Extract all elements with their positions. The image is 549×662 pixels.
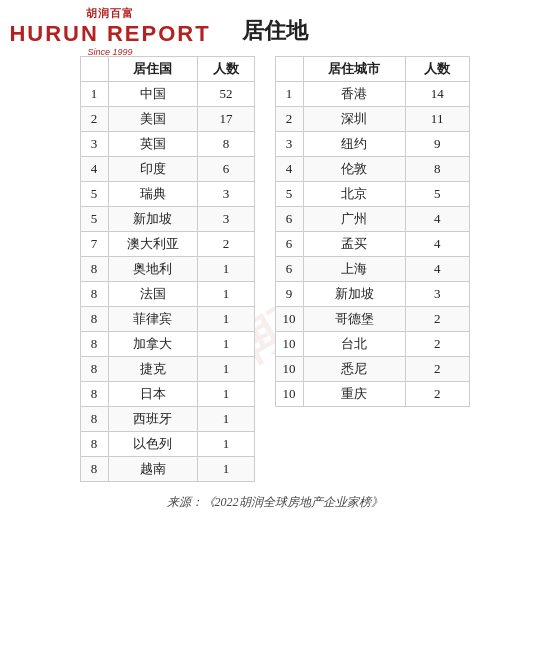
left-cell-13-1: 西班牙 [108, 407, 198, 432]
right-cell-8-1: 新加坡 [303, 282, 405, 307]
left-cell-11-0: 8 [80, 357, 108, 382]
left-cell-9-1: 菲律宾 [108, 307, 198, 332]
right-col-city: 居住城市 [303, 57, 405, 82]
right-cell-11-0: 10 [275, 357, 303, 382]
left-cell-6-0: 7 [80, 232, 108, 257]
right-col-count: 人数 [405, 57, 469, 82]
left-cell-12-2: 1 [198, 382, 254, 407]
right-cell-6-2: 4 [405, 232, 469, 257]
tables-row: 居住国 人数 1中国522美国173英国84印度65瑞典35新加坡37澳大利亚2… [10, 56, 539, 482]
right-cell-6-1: 孟买 [303, 232, 405, 257]
right-cell-0-1: 香港 [303, 82, 405, 107]
source-label: 来源： [167, 495, 203, 509]
left-cell-2-1: 英国 [108, 132, 198, 157]
right-cell-10-2: 2 [405, 332, 469, 357]
left-cell-10-2: 1 [198, 332, 254, 357]
right-cell-10-1: 台北 [303, 332, 405, 357]
right-col-rank [275, 57, 303, 82]
left-cell-14-1: 以色列 [108, 432, 198, 457]
right-cell-5-1: 广州 [303, 207, 405, 232]
left-cell-12-1: 日本 [108, 382, 198, 407]
left-cell-9-0: 8 [80, 307, 108, 332]
right-cell-1-1: 深圳 [303, 107, 405, 132]
left-cell-5-1: 新加坡 [108, 207, 198, 232]
right-table: 居住城市 人数 1香港142深圳113纽约94伦敦85北京56广州46孟买46上… [275, 56, 470, 407]
left-cell-4-1: 瑞典 [108, 182, 198, 207]
left-cell-0-2: 52 [198, 82, 254, 107]
left-cell-13-0: 8 [80, 407, 108, 432]
right-cell-2-2: 9 [405, 132, 469, 157]
right-cell-7-0: 6 [275, 257, 303, 282]
left-cell-0-0: 1 [80, 82, 108, 107]
left-cell-5-2: 3 [198, 207, 254, 232]
right-cell-7-2: 4 [405, 257, 469, 282]
right-cell-11-1: 悉尼 [303, 357, 405, 382]
left-cell-2-2: 8 [198, 132, 254, 157]
left-cell-11-1: 捷克 [108, 357, 198, 382]
left-cell-12-0: 8 [80, 382, 108, 407]
right-cell-2-1: 纽约 [303, 132, 405, 157]
left-cell-8-1: 法国 [108, 282, 198, 307]
right-cell-2-0: 3 [275, 132, 303, 157]
right-cell-4-2: 5 [405, 182, 469, 207]
left-cell-10-1: 加拿大 [108, 332, 198, 357]
left-cell-14-2: 1 [198, 432, 254, 457]
left-cell-10-0: 8 [80, 332, 108, 357]
source-text: 来源：《2022胡润全球房地产企业家榜》 [10, 494, 539, 511]
left-col-country: 居住国 [108, 57, 198, 82]
page-title: 居住地 [0, 0, 549, 56]
right-cell-9-0: 10 [275, 307, 303, 332]
right-cell-5-0: 6 [275, 207, 303, 232]
left-cell-8-0: 8 [80, 282, 108, 307]
left-cell-11-2: 1 [198, 357, 254, 382]
left-cell-4-2: 3 [198, 182, 254, 207]
left-cell-2-0: 3 [80, 132, 108, 157]
right-cell-12-0: 10 [275, 382, 303, 407]
right-cell-10-0: 10 [275, 332, 303, 357]
right-cell-0-0: 1 [275, 82, 303, 107]
left-cell-14-0: 8 [80, 432, 108, 457]
left-cell-7-1: 奥地利 [108, 257, 198, 282]
right-cell-5-2: 4 [405, 207, 469, 232]
left-cell-15-2: 1 [198, 457, 254, 482]
left-col-count: 人数 [198, 57, 254, 82]
left-cell-9-2: 1 [198, 307, 254, 332]
right-cell-3-0: 4 [275, 157, 303, 182]
right-cell-1-2: 11 [405, 107, 469, 132]
right-cell-0-2: 14 [405, 82, 469, 107]
left-cell-0-1: 中国 [108, 82, 198, 107]
left-cell-15-0: 8 [80, 457, 108, 482]
main-content: 居住国 人数 1中国522美国173英国84印度65瑞典35新加坡37澳大利亚2… [0, 56, 549, 511]
left-cell-1-2: 17 [198, 107, 254, 132]
left-cell-13-2: 1 [198, 407, 254, 432]
left-cell-3-2: 6 [198, 157, 254, 182]
left-cell-3-1: 印度 [108, 157, 198, 182]
source-book: 《2022胡润全球房地产企业家榜》 [203, 495, 383, 509]
right-cell-9-1: 哥德堡 [303, 307, 405, 332]
right-cell-8-0: 9 [275, 282, 303, 307]
left-col-rank [80, 57, 108, 82]
right-cell-8-2: 3 [405, 282, 469, 307]
left-table: 居住国 人数 1中国522美国173英国84印度65瑞典35新加坡37澳大利亚2… [80, 56, 255, 482]
left-cell-1-1: 美国 [108, 107, 198, 132]
left-cell-1-0: 2 [80, 107, 108, 132]
left-cell-3-0: 4 [80, 157, 108, 182]
right-cell-9-2: 2 [405, 307, 469, 332]
left-cell-8-2: 1 [198, 282, 254, 307]
left-cell-7-2: 1 [198, 257, 254, 282]
left-cell-7-0: 8 [80, 257, 108, 282]
right-cell-4-0: 5 [275, 182, 303, 207]
right-cell-12-1: 重庆 [303, 382, 405, 407]
right-cell-3-1: 伦敦 [303, 157, 405, 182]
left-cell-15-1: 越南 [108, 457, 198, 482]
right-cell-7-1: 上海 [303, 257, 405, 282]
left-cell-4-0: 5 [80, 182, 108, 207]
right-cell-12-2: 2 [405, 382, 469, 407]
right-cell-4-1: 北京 [303, 182, 405, 207]
left-cell-6-1: 澳大利亚 [108, 232, 198, 257]
right-cell-1-0: 2 [275, 107, 303, 132]
left-cell-5-0: 5 [80, 207, 108, 232]
right-cell-3-2: 8 [405, 157, 469, 182]
right-cell-6-0: 6 [275, 232, 303, 257]
left-cell-6-2: 2 [198, 232, 254, 257]
